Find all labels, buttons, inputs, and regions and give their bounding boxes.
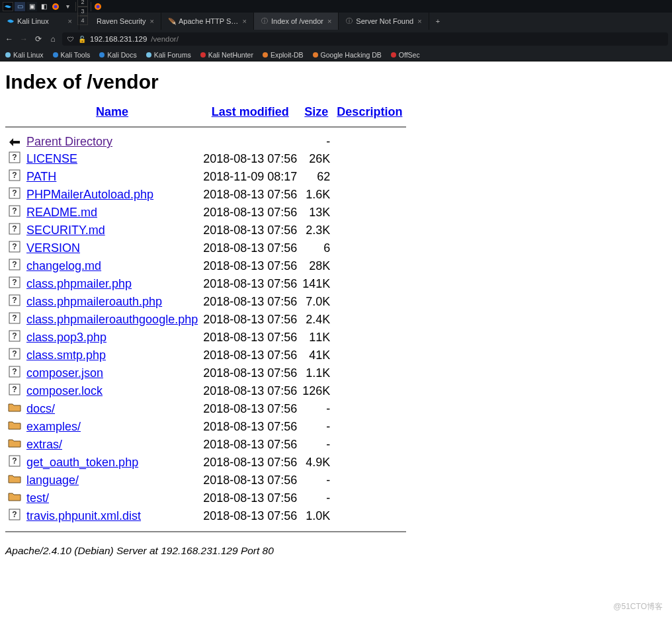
file-link[interactable]: composer.lock (26, 384, 103, 397)
size-value: - (300, 472, 333, 489)
file-icon: ? (8, 313, 21, 327)
reload-button[interactable]: ⟳ (33, 34, 44, 44)
back-button[interactable]: ← (4, 34, 15, 44)
file-link[interactable]: class.phpmailer.php (26, 277, 132, 290)
file-link[interactable]: VERSION (26, 241, 80, 255)
file-link[interactable]: README.md (26, 206, 97, 219)
bookmark-item[interactable]: Kali Linux (5, 51, 44, 59)
browser-tab[interactable]: Kali Linux× (0, 13, 79, 30)
svg-text:?: ? (12, 153, 17, 162)
bookmark-item[interactable]: OffSec (391, 51, 420, 59)
browser-tab[interactable]: 🪶Apache HTTP Server Vers× (161, 13, 254, 30)
files-icon[interactable]: ▭ (15, 2, 25, 11)
sort-name-link[interactable]: Name (96, 105, 128, 118)
file-link[interactable]: class.phpmaileroauthgoogle.php (26, 313, 198, 326)
file-link[interactable]: test/ (26, 491, 49, 505)
sort-size-link[interactable]: Size (304, 105, 328, 118)
sort-description-link[interactable]: Description (337, 105, 402, 118)
file-icon: ? (8, 171, 21, 184)
file-link[interactable]: language/ (26, 474, 79, 487)
file-link[interactable]: LICENSE (26, 152, 77, 165)
table-header-row: Name Last modified Size Description (5, 104, 406, 120)
file-link[interactable]: class.pop3.php (26, 331, 106, 344)
bookmark-item[interactable]: Google Hacking DB (313, 51, 382, 59)
folder-icon (8, 403, 21, 416)
bookmark-item[interactable]: Kali NetHunter (200, 51, 253, 59)
folder-icon (8, 474, 21, 487)
bookmark-label: Kali NetHunter (208, 51, 253, 59)
size-value: 1.0K (300, 507, 333, 525)
new-tab-button[interactable]: + (429, 13, 446, 30)
bookmark-item[interactable]: Exploit-DB (263, 51, 304, 59)
file-icon: ? (8, 349, 21, 362)
terminal-icon[interactable]: ▣ (26, 2, 37, 11)
workspace-2[interactable]: 2 (77, 0, 88, 7)
svg-point-3 (97, 5, 100, 8)
home-button[interactable]: ⌂ (48, 34, 58, 44)
file-link[interactable]: docs/ (26, 402, 55, 415)
modified-value: 2018-08-13 07:56 (200, 400, 300, 418)
browser-tab[interactable]: ⓘIndex of /vendor× (254, 13, 339, 30)
file-link[interactable]: travis.phpunit.xml.dist (26, 509, 141, 522)
table-row: ?get_oauth_token.php2018-08-13 07:564.9K (5, 454, 406, 472)
close-icon[interactable]: × (243, 17, 247, 25)
table-row: ?PHPMailerAutoload.php2018-08-13 07:561.… (5, 186, 406, 204)
bookmark-icon (99, 52, 105, 58)
size-value: - (300, 400, 333, 418)
size-value: - (300, 418, 333, 436)
browser-tab[interactable]: ⓘServer Not Found× (339, 13, 429, 30)
firefox-task-icon[interactable] (93, 2, 103, 11)
modified-value: 2018-08-13 07:56 (200, 347, 300, 364)
close-icon[interactable]: × (417, 17, 421, 25)
close-icon[interactable]: × (150, 17, 154, 25)
sort-modified-link[interactable]: Last modified (212, 105, 289, 118)
page-title: Index of /vendor (5, 71, 667, 93)
bookmark-item[interactable]: Kali Tools (53, 51, 91, 59)
table-row: docs/2018-08-13 07:56- (5, 400, 406, 418)
url-bar[interactable]: 🛡 🔓 192.168.231.129/vendor/ (62, 32, 668, 46)
bookmark-label: Exploit-DB (271, 51, 304, 59)
file-link[interactable]: SECURITY.md (26, 224, 105, 237)
bookmark-item[interactable]: Kali Forums (146, 51, 191, 59)
close-icon[interactable]: × (327, 17, 331, 25)
parent-directory-link[interactable]: Parent Directory (26, 135, 112, 148)
svg-text:?: ? (12, 224, 17, 233)
file-link[interactable]: composer.json (26, 366, 103, 380)
browser-tab[interactable]: Raven Security× (79, 13, 161, 30)
bookmark-label: Kali Forums (154, 51, 191, 59)
modified-value: 2018-08-13 07:56 (200, 507, 300, 525)
file-link[interactable]: extras/ (26, 438, 62, 451)
browser-nav-bar: ← → ⟳ ⌂ 🛡 🔓 192.168.231.129/vendor/ (0, 30, 672, 48)
size-value: 6 (300, 239, 333, 257)
file-icon: ? (8, 188, 21, 202)
svg-text:?: ? (12, 242, 17, 251)
svg-text:?: ? (12, 278, 17, 287)
file-link[interactable]: changelog.md (26, 259, 101, 272)
firefox-icon[interactable] (50, 2, 61, 11)
table-row: extras/2018-08-13 07:56- (5, 436, 406, 454)
bookmark-icon (200, 52, 206, 58)
kali-menu-icon[interactable] (3, 2, 13, 11)
svg-text:?: ? (12, 260, 17, 269)
file-link[interactable]: PATH (26, 170, 56, 183)
table-row: ?composer.lock2018-08-13 07:56126K (5, 382, 406, 400)
file-link[interactable]: get_oauth_token.php (26, 456, 138, 469)
bookmark-item[interactable]: Kali Docs (99, 51, 136, 59)
bookmark-icon (313, 52, 318, 58)
file-link[interactable]: class.smtp.php (26, 349, 106, 362)
table-row: language/2018-08-13 07:56- (5, 472, 406, 489)
tab-favicon-icon (86, 17, 94, 25)
forward-button[interactable]: → (19, 34, 29, 44)
bookmark-label: Kali Docs (107, 51, 136, 59)
app-icon[interactable]: ◧ (38, 2, 49, 11)
file-link[interactable]: examples/ (26, 420, 81, 433)
size-value: 141K (300, 275, 333, 293)
modified-value: 2018-08-13 07:56 (200, 382, 300, 400)
dropdown-icon[interactable]: ▾ (62, 2, 73, 11)
svg-text:?: ? (12, 296, 17, 305)
close-icon[interactable]: × (68, 17, 72, 25)
parent-directory-row: Parent Directory- (5, 134, 406, 150)
file-link[interactable]: class.phpmaileroauth.php (26, 295, 162, 308)
file-link[interactable]: PHPMailerAutoload.php (26, 188, 153, 201)
table-row: ?class.phpmaileroauth.php2018-08-13 07:5… (5, 293, 406, 311)
